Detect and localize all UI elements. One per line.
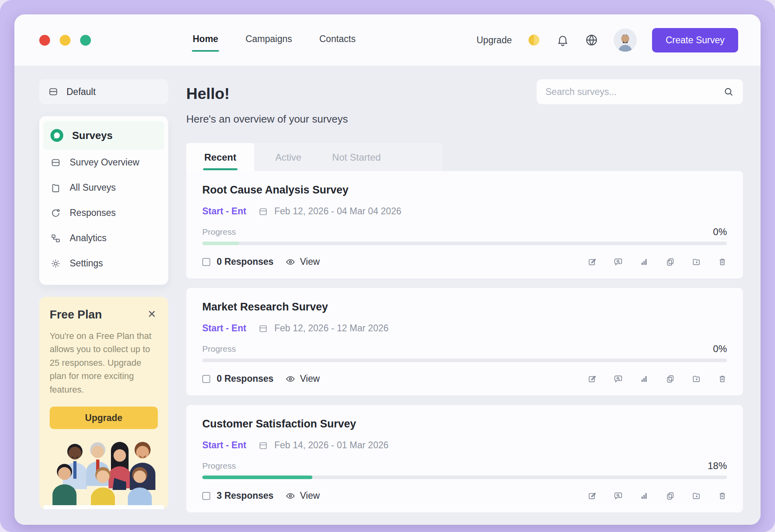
preview-comments-icon[interactable] — [614, 374, 623, 383]
view-link[interactable]: View — [286, 490, 320, 501]
archive-icon[interactable] — [692, 374, 701, 383]
survey-tabs: Recent Active Not Started — [186, 143, 443, 171]
survey-dates: Feb 14, 2026 - 01 Mar 2026 — [274, 440, 389, 451]
analytics-icon[interactable] — [640, 257, 649, 266]
search-icon[interactable] — [723, 86, 734, 97]
coin-icon[interactable] — [527, 33, 541, 47]
refresh-icon — [50, 208, 61, 218]
content-area: Default Surveys Survey Overview — [14, 66, 761, 525]
progress-bar — [202, 476, 727, 479]
minimize-window-dot[interactable] — [60, 35, 70, 46]
search-input[interactable] — [546, 87, 718, 97]
close-window-dot[interactable] — [39, 35, 50, 46]
gear-icon — [50, 258, 61, 269]
survey-title: Market Research Survey — [202, 301, 727, 313]
main-panel: Hello! Here's an overview of your survey… — [186, 79, 743, 522]
date-range-link[interactable]: Start - Ent — [202, 323, 246, 334]
edit-icon[interactable] — [588, 257, 597, 266]
outer-frame: Home Campaigns Contacts Upgrade — [0, 0, 775, 532]
free-plan-description: You're on a Free Plan that allows you to… — [50, 329, 158, 396]
topbar: Home Campaigns Contacts Upgrade — [14, 14, 761, 66]
bookmark-icon — [50, 183, 61, 193]
select-survey-checkbox[interactable] — [202, 492, 210, 500]
sidebar-item-survey-overview[interactable]: Survey Overview — [43, 150, 164, 175]
page-title: Hello! — [186, 85, 348, 103]
sidebar-item-label: All Surveys — [70, 182, 116, 193]
eye-icon — [286, 374, 295, 384]
view-link[interactable]: View — [286, 373, 320, 384]
select-survey-checkbox[interactable] — [202, 258, 210, 266]
tab-active[interactable]: Active — [254, 143, 322, 171]
card-icon — [50, 157, 61, 168]
preview-comments-icon[interactable] — [614, 257, 623, 266]
progress-percent: 0% — [713, 343, 727, 355]
delete-icon[interactable] — [718, 374, 727, 383]
progress-percent: 18% — [708, 460, 727, 472]
delete-icon[interactable] — [718, 491, 727, 500]
globe-icon[interactable] — [585, 33, 598, 47]
sidebar-item-label: Responses — [70, 208, 116, 218]
free-plan-title: Free Plan — [50, 308, 102, 321]
analytics-icon[interactable] — [640, 491, 649, 500]
archive-icon[interactable] — [692, 491, 701, 500]
date-range-link[interactable]: Start - Ent — [202, 440, 246, 451]
sidebar-section-label: Surveys — [72, 129, 113, 142]
nav-home[interactable]: Home — [192, 30, 219, 50]
view-label: View — [300, 256, 320, 267]
archive-icon[interactable] — [692, 257, 701, 266]
sidebar-item-analytics[interactable]: Analytics — [43, 226, 164, 251]
sidebar-item-all-surveys[interactable]: All Surveys — [43, 175, 164, 200]
bell-icon[interactable] — [556, 33, 570, 47]
upgrade-plan-button[interactable]: Upgrade — [50, 407, 158, 429]
sidebar-item-label: Settings — [70, 258, 103, 269]
sidebar-item-label: Analytics — [70, 233, 107, 244]
survey-actions — [588, 257, 727, 266]
progress-bar — [202, 359, 727, 362]
select-survey-checkbox[interactable] — [202, 375, 210, 383]
delete-icon[interactable] — [718, 257, 727, 266]
edit-icon[interactable] — [588, 374, 597, 383]
sidebar-item-responses[interactable]: Responses — [43, 200, 164, 226]
eye-icon — [286, 257, 295, 267]
date-range-link[interactable]: Start - Ent — [202, 206, 246, 217]
sidebar-item-label: Survey Overview — [70, 157, 139, 168]
tab-recent[interactable]: Recent — [186, 143, 254, 171]
duplicate-icon[interactable] — [666, 491, 675, 500]
edit-icon[interactable] — [588, 491, 597, 500]
analytics-icon[interactable] — [640, 374, 649, 383]
upgrade-link[interactable]: Upgrade — [477, 35, 512, 46]
free-plan-card: Free Plan ✕ You're on a Free Plan that a… — [39, 297, 168, 509]
tab-not-started[interactable]: Not Started — [322, 143, 391, 171]
duplicate-icon[interactable] — [666, 374, 675, 383]
list-footer: Showing 3 of 3 surveys Show: 5 of 3 surv… — [39, 522, 743, 525]
calendar-icon — [258, 441, 268, 450]
calendar-icon — [258, 324, 268, 333]
workspace-selector[interactable]: Default — [39, 79, 168, 104]
preview-comments-icon[interactable] — [614, 491, 623, 500]
search-surveys-box — [537, 79, 743, 104]
card-icon — [48, 87, 58, 97]
main-nav: Home Campaigns Contacts — [192, 30, 356, 50]
survey-card: Root Cause Analysis Survey Start - Ent F… — [186, 171, 743, 278]
survey-dates: Feb 12, 2026 - 04 Mar 04 2026 — [274, 206, 401, 217]
nav-campaigns[interactable]: Campaigns — [245, 30, 293, 50]
maximize-window-dot[interactable] — [80, 35, 91, 46]
survey-actions — [588, 374, 727, 383]
survey-actions — [588, 491, 727, 500]
sidebar-item-settings[interactable]: Settings — [43, 251, 164, 276]
app-window: Home Campaigns Contacts Upgrade — [14, 14, 761, 525]
page-subtitle: Here's an overview of your surveys — [186, 113, 348, 125]
responses-count: 0 Responses — [217, 373, 274, 384]
user-avatar[interactable] — [614, 28, 637, 52]
team-illustration — [39, 435, 168, 509]
duplicate-icon[interactable] — [666, 257, 675, 266]
progress-bar-fill — [202, 476, 312, 479]
create-survey-button[interactable]: Create Survey — [652, 28, 738, 52]
close-icon[interactable]: ✕ — [146, 308, 158, 320]
view-link[interactable]: View — [286, 256, 320, 267]
nav-contacts[interactable]: Contacts — [318, 30, 356, 50]
survey-dates: Feb 12, 2026 - 12 Mar 2026 — [274, 323, 389, 334]
calendar-icon — [258, 207, 268, 216]
survey-card: Market Research Survey Start - Ent Feb 1… — [186, 288, 743, 395]
sidebar-item-surveys[interactable]: Surveys — [43, 121, 164, 150]
